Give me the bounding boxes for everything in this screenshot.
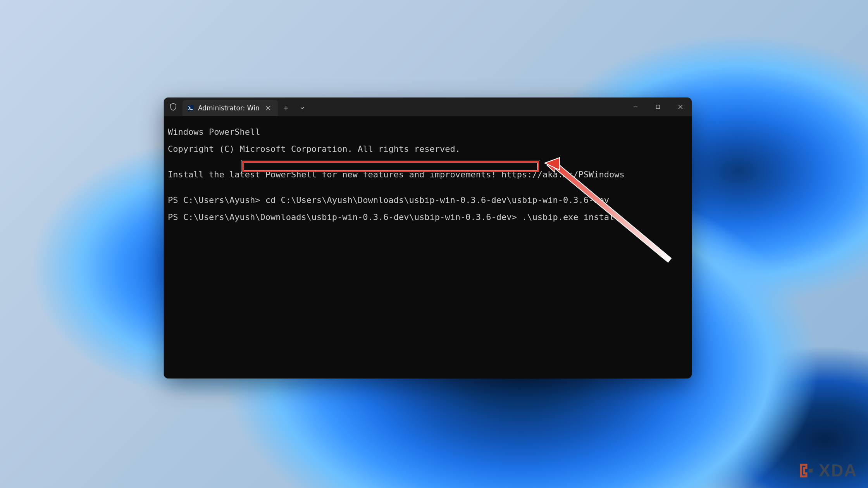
term-line: Windows PowerShell (168, 128, 688, 136)
term-line: Copyright (C) Microsoft Corporation. All… (168, 145, 688, 153)
terminal-window: Administrator: Windows Powe (164, 98, 692, 378)
titlebar-drag-region[interactable] (310, 98, 624, 116)
terminal-body[interactable]: Windows PowerShell Copyright (C) Microso… (164, 116, 692, 378)
svg-rect-0 (188, 105, 194, 111)
xda-logo-icon (799, 462, 815, 479)
watermark-text: XDA (819, 461, 857, 480)
tab-dropdown-button[interactable] (294, 100, 310, 116)
term-prompt-line: PS C:\Users\Ayush\Downloads\usbip-win-0.… (168, 213, 688, 222)
new-tab-button[interactable] (278, 100, 294, 116)
minimize-button[interactable] (624, 98, 647, 116)
prompt-path: PS C:\Users\Ayush> (168, 195, 260, 205)
term-line: Install the latest PowerShell for new fe… (168, 170, 688, 179)
prompt-command: cd C:\Users\Ayush\Downloads\usbip-win-0.… (260, 195, 609, 205)
admin-shield-icon (164, 98, 183, 116)
watermark: XDA (799, 461, 857, 480)
close-button[interactable] (669, 98, 692, 116)
svg-rect-6 (809, 469, 813, 473)
powershell-icon (187, 105, 194, 112)
prompt-command: .\usbip.exe install (517, 212, 620, 222)
titlebar[interactable]: Administrator: Windows Powe (164, 98, 692, 116)
svg-rect-3 (656, 105, 660, 109)
maximize-button[interactable] (647, 98, 669, 116)
tab-title: Administrator: Windows Powe (198, 104, 260, 112)
prompt-path: PS C:\Users\Ayush\Downloads\usbip-win-0.… (168, 212, 517, 222)
tab-close-button[interactable] (264, 104, 272, 112)
term-prompt-line: PS C:\Users\Ayush> cd C:\Users\Ayush\Dow… (168, 196, 688, 204)
tab-powershell[interactable]: Administrator: Windows Powe (183, 100, 278, 116)
